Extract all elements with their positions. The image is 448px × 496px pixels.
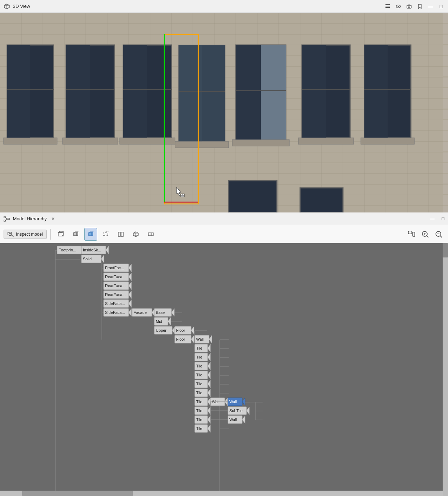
svg-text:Tile: Tile bbox=[196, 382, 202, 386]
svg-point-102 bbox=[9, 234, 11, 236]
svg-text:Tile: Tile bbox=[196, 346, 202, 350]
svg-text:Tile: Tile bbox=[196, 417, 202, 422]
3d-viewport[interactable] bbox=[0, 13, 448, 212]
node-subtile: SubTile bbox=[228, 407, 249, 415]
hierarchy-minimize-btn[interactable]: — bbox=[430, 216, 435, 221]
hierarchy-titlebar: Model Hierarchy ✕ — □ bbox=[0, 212, 448, 225]
node-wall-selected: Wall bbox=[228, 398, 245, 406]
node-insidesk: InsideSk... bbox=[81, 246, 109, 254]
svg-text:Footprin...: Footprin... bbox=[59, 248, 76, 252]
node-tile3: Tile bbox=[195, 362, 210, 370]
zoom-in-button[interactable] bbox=[419, 229, 431, 240]
svg-marker-115 bbox=[104, 232, 108, 233]
horizontal-scrollbar[interactable] bbox=[0, 491, 443, 496]
svg-text:Tile: Tile bbox=[196, 426, 202, 431]
svg-rect-122 bbox=[148, 233, 153, 236]
view-mode-btn-4[interactable] bbox=[99, 228, 112, 241]
node-sidefaca1: SideFaca... bbox=[104, 300, 131, 307]
svg-marker-229 bbox=[191, 335, 194, 343]
svg-marker-220 bbox=[168, 317, 171, 325]
svg-rect-117 bbox=[121, 232, 123, 236]
svg-text:RearFaca...: RearFaca... bbox=[105, 292, 125, 297]
node-frontfac: FrontFac... bbox=[104, 264, 131, 272]
svg-rect-94 bbox=[4, 216, 5, 218]
bookmark-icon[interactable] bbox=[417, 3, 423, 10]
view-mode-btn-3[interactable] bbox=[84, 228, 97, 241]
camera-icon[interactable] bbox=[406, 3, 412, 10]
svg-marker-265 bbox=[242, 416, 245, 424]
svg-text:Tile: Tile bbox=[196, 400, 202, 404]
view-mode-btn-2[interactable] bbox=[69, 228, 82, 241]
svg-text:Base: Base bbox=[156, 310, 165, 315]
svg-text:Tile: Tile bbox=[196, 391, 202, 395]
svg-line-98 bbox=[5, 219, 7, 221]
node-upper: Upper bbox=[154, 326, 175, 334]
svg-line-141 bbox=[427, 236, 428, 237]
view-mode-btn-7[interactable] bbox=[144, 228, 157, 241]
node-rearfaca1: RearFaca... bbox=[104, 273, 131, 281]
node-tile5: Tile bbox=[195, 380, 210, 388]
brick-texture bbox=[0, 13, 448, 212]
svg-marker-217 bbox=[171, 309, 174, 316]
svg-marker-232 bbox=[209, 335, 212, 343]
vertical-scrollbar[interactable] bbox=[443, 243, 448, 496]
svg-marker-259 bbox=[242, 398, 245, 406]
svg-point-9 bbox=[408, 6, 410, 7]
node-base: Base bbox=[154, 309, 174, 316]
svg-text:Solid: Solid bbox=[83, 257, 91, 261]
svg-text:FrontFac...: FrontFac... bbox=[105, 266, 124, 270]
svg-marker-271 bbox=[208, 416, 210, 424]
panel-3d-view: 3D View — □ bbox=[0, 0, 448, 212]
scrollbar-thumb[interactable] bbox=[443, 243, 448, 257]
svg-marker-268 bbox=[208, 407, 210, 415]
view-mode-btn-6[interactable] bbox=[129, 228, 142, 241]
svg-marker-208 bbox=[129, 300, 131, 307]
eye-icon[interactable] bbox=[395, 3, 402, 10]
svg-marker-244 bbox=[208, 371, 210, 379]
layers-icon[interactable] bbox=[384, 3, 391, 10]
svg-marker-235 bbox=[208, 344, 210, 352]
svg-text:Tile: Tile bbox=[196, 373, 202, 377]
svg-text:Floor: Floor bbox=[176, 337, 185, 341]
minimize-icon[interactable]: — bbox=[427, 3, 434, 10]
svg-rect-116 bbox=[118, 232, 120, 236]
svg-text:Tile: Tile bbox=[196, 364, 202, 368]
svg-text:Facade: Facade bbox=[134, 310, 147, 315]
view-mode-btn-5[interactable] bbox=[114, 228, 127, 241]
hierarchy-icon bbox=[4, 216, 10, 222]
zoom-fit-button[interactable] bbox=[406, 229, 417, 240]
svg-text:InsideSk...: InsideSk... bbox=[83, 248, 101, 252]
hierarchy-canvas[interactable]: Footprin... InsideSk... Solid FrontFac..… bbox=[0, 243, 448, 496]
inspect-model-button[interactable]: Inspect model bbox=[4, 230, 47, 239]
node-tile1: Tile bbox=[195, 344, 210, 352]
svg-marker-193 bbox=[101, 255, 104, 263]
zoom-out-button[interactable] bbox=[433, 229, 444, 240]
node-rearfaca3: RearFaca... bbox=[104, 291, 131, 299]
h-scrollbar-thumb[interactable] bbox=[22, 491, 133, 496]
maximize-icon[interactable]: □ bbox=[438, 3, 444, 10]
svg-text:SideFaca...: SideFaca... bbox=[105, 310, 125, 315]
svg-rect-4 bbox=[385, 6, 390, 6]
node-tile2: Tile bbox=[195, 353, 210, 361]
svg-marker-250 bbox=[208, 389, 210, 397]
hierarchy-tree-svg: Footprin... InsideSk... Solid FrontFac..… bbox=[0, 243, 443, 496]
svg-text:Wall: Wall bbox=[229, 400, 237, 404]
inspect-model-label: Inspect model bbox=[16, 232, 43, 237]
svg-rect-3 bbox=[385, 4, 390, 5]
node-rearfaca2: RearFaca... bbox=[104, 282, 131, 290]
svg-text:Tile: Tile bbox=[196, 409, 202, 413]
svg-marker-247 bbox=[208, 380, 210, 388]
svg-marker-211 bbox=[129, 309, 131, 316]
hierarchy-maximize-btn[interactable]: □ bbox=[442, 216, 444, 221]
hierarchy-close-btn[interactable]: ✕ bbox=[51, 216, 55, 221]
svg-text:SideFaca...: SideFaca... bbox=[105, 301, 125, 306]
model-hierarchy-panel: Model Hierarchy ✕ — □ Inspect model bbox=[0, 212, 448, 496]
svg-marker-226 bbox=[191, 326, 194, 334]
node-sidefaca2: SideFaca... bbox=[104, 309, 131, 316]
toolbar-separator bbox=[50, 229, 51, 240]
view-mode-btn-1[interactable] bbox=[54, 228, 67, 241]
3d-view-title: 3D View bbox=[13, 4, 30, 9]
svg-marker-241 bbox=[208, 362, 210, 370]
svg-marker-205 bbox=[129, 291, 131, 299]
svg-marker-274 bbox=[208, 425, 210, 432]
